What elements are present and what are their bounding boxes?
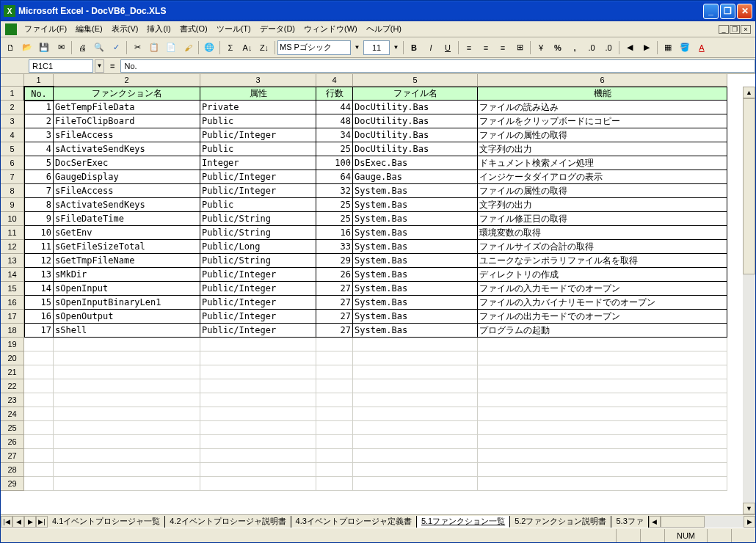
row-header[interactable]: 12: [1, 240, 24, 254]
empty-cell[interactable]: [353, 463, 478, 477]
row-header[interactable]: 22: [1, 379, 24, 393]
cell-attr[interactable]: Public/Long: [200, 240, 316, 254]
cell-funcname[interactable]: sGetFileSizeTotal: [54, 240, 200, 254]
cell-attr[interactable]: Private: [200, 101, 316, 114]
empty-cell[interactable]: [24, 407, 54, 421]
empty-cell[interactable]: [54, 351, 200, 365]
row-header[interactable]: 10: [1, 212, 24, 226]
menu-view[interactable]: 表示(V): [107, 22, 143, 36]
empty-cell[interactable]: [478, 435, 727, 449]
sheet-tab[interactable]: 4.3イベントプロシージャ定義書: [291, 516, 417, 528]
empty-cell[interactable]: [200, 435, 316, 449]
empty-cell[interactable]: [200, 365, 316, 379]
cell-funcname[interactable]: sFileAccess: [54, 184, 200, 198]
cell-no[interactable]: 3: [24, 128, 54, 142]
cell-file[interactable]: System.Bas: [353, 254, 478, 268]
empty-cell[interactable]: [353, 379, 478, 393]
cell-lines[interactable]: 27: [316, 296, 353, 310]
empty-cell[interactable]: [316, 421, 353, 435]
cell-file[interactable]: System.Bas: [353, 212, 478, 226]
vertical-scrollbar[interactable]: ▲ ▼: [743, 87, 755, 514]
cell-funcname[interactable]: sOpenInput: [54, 282, 200, 296]
scroll-thumb-h[interactable]: [661, 516, 705, 528]
cell-no[interactable]: 14: [24, 282, 54, 296]
cell-lines[interactable]: 27: [316, 324, 353, 338]
empty-cell[interactable]: [316, 477, 353, 491]
header-cell-attr[interactable]: 属性: [200, 87, 316, 101]
borders-button[interactable]: ▦: [660, 40, 676, 56]
cell-funcname[interactable]: sGetTmpFileName: [54, 254, 200, 268]
autosum-button[interactable]: Σ: [222, 40, 239, 56]
cell-funcname[interactable]: sOpenInputBinaryLen1: [54, 296, 200, 310]
menu-insert[interactable]: 挿入(I): [142, 22, 175, 36]
cell-lines[interactable]: 25: [316, 142, 353, 156]
comma-button[interactable]: ,: [567, 40, 583, 56]
cell-funcname[interactable]: sActivateSendKeys: [54, 142, 200, 156]
maximize-button[interactable]: ❐: [720, 4, 735, 19]
merge-center-button[interactable]: ⊞: [512, 40, 528, 56]
horizontal-scrollbar[interactable]: ◀ ▶: [649, 516, 755, 528]
cell-file[interactable]: DocUtility.Bas: [353, 114, 478, 128]
empty-cell[interactable]: [316, 365, 353, 379]
font-color-button[interactable]: A: [694, 40, 710, 56]
italic-button[interactable]: I: [423, 40, 439, 56]
empty-cell[interactable]: [200, 407, 316, 421]
empty-cell[interactable]: [316, 435, 353, 449]
empty-cell[interactable]: [316, 407, 353, 421]
cell-funcname[interactable]: GetTempFileData: [54, 101, 200, 114]
cell-file[interactable]: DocUtility.Bas: [353, 128, 478, 142]
column-header[interactable]: 1: [24, 74, 54, 87]
cell-lines[interactable]: 48: [316, 114, 353, 128]
tab-last-button[interactable]: ▶|: [36, 516, 48, 528]
cell-attr[interactable]: Public/Integer: [200, 170, 316, 184]
cell-lines[interactable]: 26: [316, 268, 353, 282]
cell-file[interactable]: System.Bas: [353, 282, 478, 296]
scroll-thumb[interactable]: [743, 98, 755, 274]
empty-cell[interactable]: [316, 379, 353, 393]
format-painter-button[interactable]: 🖌: [180, 40, 196, 56]
header-cell-no[interactable]: No.: [24, 87, 54, 101]
column-header[interactable]: 3: [200, 74, 316, 87]
cell-file[interactable]: DocUtility.Bas: [353, 101, 478, 114]
cell-desc[interactable]: ファイルの属性の取得: [478, 128, 727, 142]
empty-cell[interactable]: [24, 463, 54, 477]
cell-attr[interactable]: Public/String: [200, 226, 316, 240]
row-header[interactable]: 26: [1, 435, 24, 449]
cell-file[interactable]: DocUtility.Bas: [353, 142, 478, 156]
column-header[interactable]: 5: [353, 74, 478, 87]
empty-cell[interactable]: [200, 463, 316, 477]
cell-file[interactable]: System.Bas: [353, 226, 478, 240]
name-box-dropdown-icon[interactable]: ▼: [95, 59, 104, 73]
align-right-button[interactable]: ≡: [495, 40, 511, 56]
cell-desc[interactable]: ドキュメント検索メイン処理: [478, 156, 727, 170]
empty-cell[interactable]: [54, 379, 200, 393]
menu-data[interactable]: データ(D): [255, 22, 299, 36]
cell-attr[interactable]: Public/Integer: [200, 128, 316, 142]
row-header[interactable]: 11: [1, 226, 24, 240]
empty-cell[interactable]: [316, 351, 353, 365]
cell-attr[interactable]: Public: [200, 114, 316, 128]
row-header[interactable]: 3: [1, 114, 24, 128]
cell-no[interactable]: 7: [24, 184, 54, 198]
cell-attr[interactable]: Public/String: [200, 212, 316, 226]
cell-desc[interactable]: プログラムの起動: [478, 324, 727, 338]
menu-tools[interactable]: ツール(T): [212, 22, 255, 36]
cell-lines[interactable]: 25: [316, 198, 353, 212]
bold-button[interactable]: B: [406, 40, 422, 56]
print-button[interactable]: 🖨: [74, 40, 90, 56]
cell-no[interactable]: 1: [24, 101, 54, 114]
scroll-down-button[interactable]: ▼: [743, 503, 755, 514]
font-name-dropdown-icon[interactable]: ▼: [352, 44, 362, 51]
tab-next-button[interactable]: ▶: [24, 516, 36, 528]
empty-cell[interactable]: [316, 463, 353, 477]
cell-no[interactable]: 17: [24, 324, 54, 338]
empty-cell[interactable]: [353, 449, 478, 463]
row-header[interactable]: 23: [1, 393, 24, 407]
cell-lines[interactable]: 27: [316, 282, 353, 296]
cell-desc[interactable]: ファイルをクリップボードにコピー: [478, 114, 727, 128]
cell-lines[interactable]: 33: [316, 240, 353, 254]
empty-cell[interactable]: [478, 338, 727, 351]
cell-lines[interactable]: 29: [316, 254, 353, 268]
empty-cell[interactable]: [200, 477, 316, 491]
cell-lines[interactable]: 64: [316, 170, 353, 184]
